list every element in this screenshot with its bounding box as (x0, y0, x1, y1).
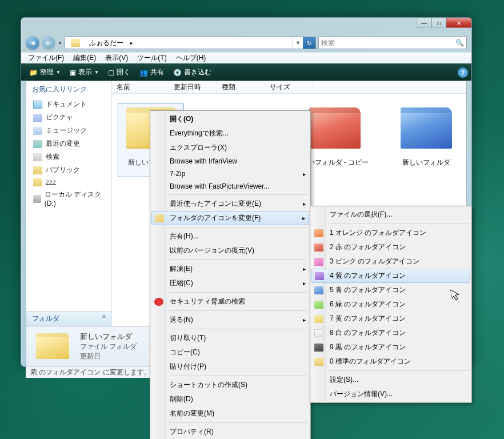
ctx-irfanview[interactable]: Browse with IrfanView (151, 155, 309, 167)
menu-edit[interactable]: 編集(E) (69, 53, 101, 63)
toolbar-open[interactable]: ▢ 開く (103, 67, 135, 77)
ctx-copy[interactable]: コピー(C) (151, 345, 309, 360)
col-type[interactable]: 種類 (217, 82, 265, 92)
ctx-previous-versions[interactable]: 以前のバージョンの復元(V) (151, 244, 309, 258)
menu-help[interactable]: ヘルプ(H) (171, 53, 211, 63)
folder-icon (155, 214, 164, 222)
toolbar-views[interactable]: ▣ 表示 ▼ (65, 67, 103, 77)
red-folder-icon (314, 244, 323, 252)
navigation-row: ◄ ► ▼ ふぉるだー ▸ ▼ ↻ 検索 🔍 (21, 34, 471, 52)
sub-color-green[interactable]: 6 緑 のフォルダアイコン (311, 297, 470, 312)
sub-color-orange[interactable]: 1 オレンジ のフォルダアイコン (311, 226, 470, 240)
column-headers: 名前 更新日時 種類 サイズ (112, 81, 466, 94)
ctx-cut[interactable]: 切り取り(T) (151, 331, 309, 345)
search-input[interactable]: 検索 🔍 (318, 37, 467, 49)
sub-color-white[interactable]: 8 白 のフォルダアイコン (311, 326, 470, 340)
search-icon: 🔍 (455, 39, 464, 47)
details-folder-icon (34, 330, 71, 362)
sidebar-search[interactable]: 検索 (31, 150, 107, 163)
cursor-icon (450, 288, 463, 304)
sub-color-black[interactable]: 9 黒 のフォルダアイコン (311, 340, 470, 354)
ctx-open[interactable]: 開く(O) (151, 112, 309, 126)
sidebar-documents[interactable]: ドキュメント (31, 98, 107, 111)
address-bar[interactable]: ふぉるだー ▸ ▼ ↻ (65, 37, 316, 49)
ctx-paste[interactable]: 貼り付け(P) (151, 360, 309, 374)
security-icon (154, 298, 163, 306)
ctx-properties[interactable]: プロパティ(R) (151, 425, 309, 439)
document-icon (33, 101, 42, 109)
col-date[interactable]: 更新日時 (169, 82, 217, 92)
sidebar-pictures[interactable]: ピクチャ (31, 111, 107, 124)
menu-file[interactable]: ファイル(F) (23, 53, 69, 63)
sub-color-red[interactable]: 2 赤 のフォルダアイコン (311, 240, 470, 254)
toolbar-share[interactable]: 👥 共有 (135, 67, 169, 77)
toolbar-organize[interactable]: 📁 整理 ▼ (25, 67, 65, 77)
sub-color-default[interactable]: 0 標準のフォルダアイコン (311, 354, 470, 369)
folders-tree-header[interactable]: フォルダ^ (26, 311, 111, 326)
details-date-label: 更新日 (80, 352, 137, 361)
search-folder-icon (33, 153, 42, 161)
default-folder-icon (314, 358, 323, 366)
forward-button[interactable]: ► (42, 36, 55, 50)
ctx-change-folder-icon[interactable]: フォルダのアイコンを変更(F) (151, 211, 309, 225)
menu-view[interactable]: 表示(V) (101, 53, 133, 63)
disk-icon (33, 195, 41, 203)
ctx-send-to[interactable]: 送る(N) (151, 313, 309, 327)
breadcrumb-segment[interactable]: ふぉるだー (86, 37, 127, 49)
back-button[interactable]: ◄ (26, 36, 39, 50)
sub-color-blue[interactable]: 5 青 のフォルダアイコン (311, 283, 470, 297)
file-label: 新しいフォルダ (392, 158, 461, 167)
details-name: 新しいフォルダ (80, 332, 137, 342)
file-item[interactable]: しいフォルダ - コピー (301, 103, 369, 167)
title-bar: — □ ✕ (21, 18, 471, 34)
sub-color-yellow[interactable]: 7 黄 のフォルダアイコン (311, 312, 470, 326)
yellow-folder-icon (314, 315, 323, 323)
sub-color-pink[interactable]: 3 ピンク のフォルダアイコン (311, 254, 470, 269)
ctx-rename[interactable]: 名前の変更(M) (151, 406, 309, 421)
orange-folder-icon (314, 229, 323, 237)
ctx-everything[interactable]: Everythingで検索... (151, 126, 309, 141)
pink-folder-icon (314, 258, 323, 266)
ctx-create-shortcut[interactable]: ショートカットの作成(S) (151, 378, 309, 392)
close-button[interactable]: ✕ (446, 18, 471, 28)
ctx-compress[interactable]: 圧縮(C) (151, 276, 309, 290)
ctx-recent-icon[interactable]: 最近使ったアイコンに変更(E) (151, 197, 309, 211)
ctx-security-scan[interactable]: セキュリティ脅威の検索 (151, 294, 309, 309)
col-size[interactable]: サイズ (265, 82, 313, 92)
ctx-fastpicture[interactable]: Browse with FastPictureViewer... (151, 180, 309, 193)
ctx-extract[interactable]: 解凍(E) (151, 262, 309, 276)
blue-folder-icon (314, 286, 323, 294)
recent-icon (33, 140, 42, 148)
sub-select-file[interactable]: ファイルの選択(F)... (311, 207, 470, 222)
sub-settings[interactable]: 設定(S)... (311, 373, 470, 387)
search-placeholder: 検索 (321, 38, 335, 48)
file-item[interactable]: 新しいフォルダ (392, 103, 461, 167)
black-folder-icon (314, 344, 323, 352)
ctx-share[interactable]: 共有(H)... (151, 229, 309, 244)
toolbar-burn[interactable]: 💿 書き込む (169, 67, 216, 77)
ctx-delete[interactable]: 削除(D) (151, 392, 309, 406)
toolbar: 📁 整理 ▼ ▣ 表示 ▼ ▢ 開く 👥 共有 💿 書き込む ? (21, 63, 471, 81)
context-menu-sub: ファイルの選択(F)... 1 オレンジ のフォルダアイコン 2 赤 のフォルダ… (310, 206, 472, 403)
purple-folder-icon (315, 272, 324, 280)
sub-version[interactable]: バージョン情報(V)... (311, 387, 470, 401)
refresh-button[interactable]: ↻ (303, 37, 315, 49)
sidebar-localdisk[interactable]: ローカル ディスク (D:) (31, 188, 107, 209)
maximize-button[interactable]: □ (431, 18, 446, 28)
sidebar-public[interactable]: パブリック (31, 163, 107, 177)
ctx-explorer[interactable]: エクスプローラ(X) (151, 141, 309, 155)
white-folder-icon (314, 329, 323, 337)
sidebar-zzz[interactable]: zzz (31, 177, 107, 188)
sidebar-recent[interactable]: 最近の変更 (31, 137, 107, 150)
breadcrumb-arrow[interactable]: ▸ (127, 37, 137, 49)
ctx-7zip[interactable]: 7-Zip (151, 167, 309, 180)
menu-tools[interactable]: ツール(T) (133, 53, 171, 63)
sidebar-music[interactable]: ミュージック (31, 124, 107, 137)
minimize-button[interactable]: — (417, 18, 431, 28)
file-label: しいフォルダ - コピー (301, 158, 369, 167)
col-name[interactable]: 名前 (112, 82, 169, 92)
green-folder-icon (314, 301, 323, 309)
sub-color-purple[interactable]: 4 紫 のフォルダアイコン (311, 269, 470, 283)
help-icon[interactable]: ? (458, 67, 468, 78)
address-dropdown[interactable]: ▼ (293, 37, 303, 49)
